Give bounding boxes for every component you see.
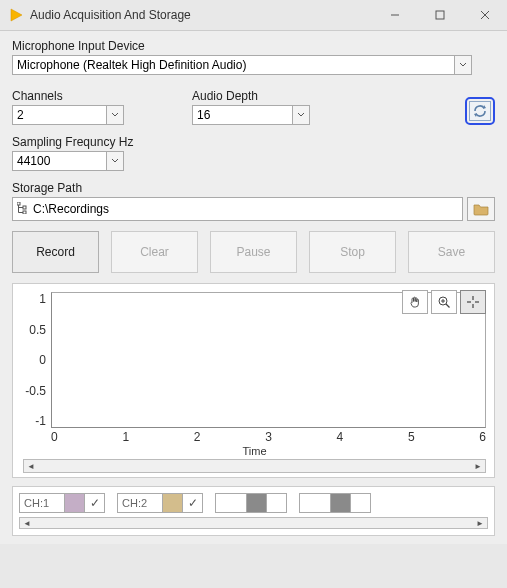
clear-button[interactable]: Clear bbox=[111, 231, 198, 273]
chevron-down-icon[interactable] bbox=[292, 106, 309, 124]
sampling-select[interactable] bbox=[12, 151, 124, 171]
storage-label: Storage Path bbox=[12, 181, 495, 195]
pause-button[interactable]: Pause bbox=[210, 231, 297, 273]
scroll-right-icon[interactable]: ► bbox=[473, 519, 487, 528]
visibility-checkbox[interactable]: ✓ bbox=[183, 493, 203, 513]
close-button[interactable] bbox=[462, 0, 507, 30]
window-title: Audio Acquisition And Storage bbox=[30, 8, 372, 22]
chevron-down-icon[interactable] bbox=[454, 56, 471, 74]
title-bar: Audio Acquisition And Storage bbox=[0, 0, 507, 30]
sampling-label: Sampling Frequncy Hz bbox=[12, 135, 495, 149]
svg-rect-7 bbox=[17, 202, 20, 205]
scroll-left-icon[interactable]: ◄ bbox=[24, 462, 38, 471]
color-swatch[interactable] bbox=[331, 493, 351, 513]
sampling-value[interactable] bbox=[13, 152, 106, 170]
zoom-tool-button[interactable] bbox=[431, 290, 457, 314]
chevron-down-icon[interactable] bbox=[106, 106, 123, 124]
color-swatch[interactable] bbox=[163, 493, 183, 513]
x-axis-label: Time bbox=[23, 444, 486, 457]
depth-label: Audio Depth bbox=[192, 89, 310, 103]
legend-horizontal-scrollbar[interactable]: ◄ ► bbox=[19, 517, 488, 529]
scroll-right-icon[interactable]: ► bbox=[471, 462, 485, 471]
legend-item-ch2[interactable]: CH:2 ✓ bbox=[117, 493, 203, 513]
device-value[interactable] bbox=[13, 56, 454, 74]
storage-path-input[interactable]: C:\Recordings bbox=[12, 197, 463, 221]
channels-label: Channels bbox=[12, 89, 124, 103]
svg-rect-9 bbox=[23, 211, 26, 214]
legend-item-empty[interactable] bbox=[215, 493, 287, 513]
pan-tool-button[interactable] bbox=[402, 290, 428, 314]
crosshair-tool-button[interactable] bbox=[460, 290, 486, 314]
x-axis: 0 1 2 3 4 5 6 bbox=[23, 428, 486, 444]
svg-rect-2 bbox=[436, 11, 444, 19]
visibility-checkbox[interactable] bbox=[351, 493, 371, 513]
hand-icon bbox=[408, 295, 422, 309]
refresh-icon bbox=[472, 104, 488, 118]
chevron-down-icon[interactable] bbox=[106, 152, 123, 170]
device-label: Microphone Input Device bbox=[12, 39, 495, 53]
channels-value[interactable] bbox=[13, 106, 106, 124]
stop-button[interactable]: Stop bbox=[309, 231, 396, 273]
crosshair-icon bbox=[466, 295, 480, 309]
legend-panel: CH:1 ✓ CH:2 ✓ ◄ ► bbox=[12, 486, 495, 536]
device-select[interactable] bbox=[12, 55, 472, 75]
svg-rect-8 bbox=[23, 206, 26, 209]
folder-icon bbox=[473, 202, 489, 216]
magnifier-plus-icon bbox=[437, 295, 451, 309]
chart-horizontal-scrollbar[interactable]: ◄ ► bbox=[23, 459, 486, 473]
channels-select[interactable] bbox=[12, 105, 124, 125]
color-swatch[interactable] bbox=[65, 493, 85, 513]
storage-path-value: C:\Recordings bbox=[33, 202, 109, 216]
depth-value[interactable] bbox=[193, 106, 292, 124]
visibility-checkbox[interactable]: ✓ bbox=[85, 493, 105, 513]
maximize-button[interactable] bbox=[417, 0, 462, 30]
color-swatch[interactable] bbox=[247, 493, 267, 513]
y-axis: 1 0.5 0 -0.5 -1 bbox=[23, 292, 51, 428]
scroll-left-icon[interactable]: ◄ bbox=[20, 519, 34, 528]
svg-marker-0 bbox=[11, 9, 22, 21]
browse-folder-button[interactable] bbox=[467, 197, 495, 221]
app-icon bbox=[8, 7, 24, 23]
save-button[interactable]: Save bbox=[408, 231, 495, 273]
svg-line-12 bbox=[446, 304, 450, 308]
waveform-chart: 1 0.5 0 -0.5 -1 0 1 2 3 4 5 6 Time ◄ ► bbox=[12, 283, 495, 478]
legend-item-ch1[interactable]: CH:1 ✓ bbox=[19, 493, 105, 513]
record-button[interactable]: Record bbox=[12, 231, 99, 273]
visibility-checkbox[interactable] bbox=[267, 493, 287, 513]
legend-item-empty[interactable] bbox=[299, 493, 371, 513]
path-tree-icon bbox=[17, 202, 29, 217]
refresh-button[interactable] bbox=[465, 97, 495, 125]
minimize-button[interactable] bbox=[372, 0, 417, 30]
depth-select[interactable] bbox=[192, 105, 310, 125]
